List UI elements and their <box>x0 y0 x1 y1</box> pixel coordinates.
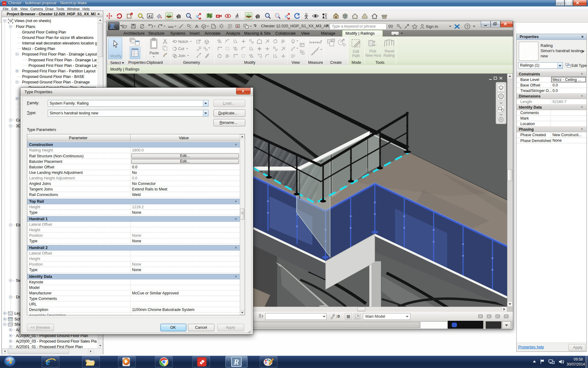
svg-text:e: e <box>46 357 50 367</box>
svg-text:R: R <box>110 22 115 30</box>
svg-text:R: R <box>233 358 239 366</box>
svg-text:A: A <box>195 24 198 29</box>
svg-text:A1: A1 <box>148 15 152 18</box>
svg-text:?: ? <box>466 25 469 29</box>
